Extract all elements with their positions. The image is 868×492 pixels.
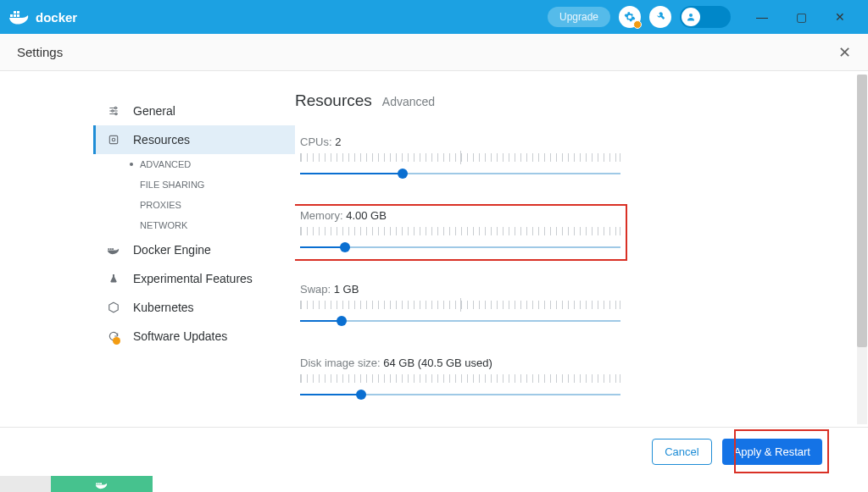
close-settings-button[interactable]: ✕ xyxy=(838,43,851,62)
svg-rect-3 xyxy=(14,11,16,14)
whale-icon xyxy=(106,245,121,255)
sidebar-item-label: Kubernetes xyxy=(133,301,194,314)
svg-rect-9 xyxy=(109,135,117,143)
svg-marker-14 xyxy=(109,302,119,312)
swap-field: Swap: 1 GB xyxy=(295,279,626,333)
upgrade-button[interactable]: Upgrade xyxy=(548,7,610,27)
troubleshoot-icon[interactable] xyxy=(649,6,671,28)
sidebar-sub-proxies[interactable]: PROXIES xyxy=(93,195,295,215)
svg-rect-11 xyxy=(108,248,109,250)
whale-icon xyxy=(95,479,108,489)
taskbar xyxy=(0,476,868,492)
maximize-button[interactable]: ▢ xyxy=(782,3,821,30)
sidebar-sub-label: FILE SHARING xyxy=(140,180,204,190)
whale-icon xyxy=(8,8,31,25)
docker-logo: docker xyxy=(8,8,77,25)
cancel-button[interactable]: Cancel xyxy=(652,439,711,465)
apply-restart-button[interactable]: Apply & Restart xyxy=(722,439,822,465)
title-bar: docker Upgrade — ▢ ✕ xyxy=(0,0,868,34)
cpus-label: CPUs: xyxy=(300,135,332,148)
sidebar-item-label: General xyxy=(133,104,175,118)
swap-label: Swap: xyxy=(300,283,331,296)
sidebar-sub-advanced[interactable]: ADVANCED xyxy=(93,154,295,174)
cpus-value: 2 xyxy=(335,135,341,148)
sliders-icon xyxy=(106,105,121,117)
svg-rect-2 xyxy=(17,14,19,17)
cpus-ticks xyxy=(300,153,620,162)
footer: Cancel Apply & Restart xyxy=(0,427,868,476)
sidebar-sub-filesharing[interactable]: FILE SHARING xyxy=(93,174,295,195)
notification-badge-icon xyxy=(633,20,642,29)
memory-field: Memory: 4.00 GB xyxy=(295,206,626,259)
close-window-button[interactable]: ✕ xyxy=(821,3,860,30)
sidebar-sub-label: ADVANCED xyxy=(140,159,191,169)
refresh-icon xyxy=(106,330,121,342)
main-panel: Resources Advanced CPUs: 2 Memory: 4.00 … xyxy=(295,71,868,427)
disk-slider[interactable] xyxy=(300,388,620,401)
svg-rect-16 xyxy=(98,483,100,484)
svg-point-8 xyxy=(115,113,117,114)
cpus-slider[interactable] xyxy=(300,167,620,180)
page-title: Settings xyxy=(17,45,63,59)
logo-text: docker xyxy=(36,10,77,25)
sidebar-item-label: Docker Engine xyxy=(133,243,211,257)
svg-rect-15 xyxy=(96,483,97,484)
svg-point-7 xyxy=(112,110,114,112)
svg-rect-1 xyxy=(14,14,16,17)
svg-point-5 xyxy=(689,14,693,17)
svg-rect-12 xyxy=(110,248,112,250)
section-subtitle: Advanced xyxy=(382,95,435,108)
minimize-button[interactable]: — xyxy=(743,3,782,30)
sidebar-sub-label: NETWORK xyxy=(140,220,187,230)
sidebar-item-docker-engine[interactable]: Docker Engine xyxy=(93,235,295,264)
disk-label: Disk image size: xyxy=(300,357,381,369)
disk-field: Disk image size: 64 GB (40.5 GB used) xyxy=(295,353,626,406)
sidebar-item-label: Software Updates xyxy=(133,329,227,343)
svg-rect-13 xyxy=(112,248,114,250)
sidebar-item-resources[interactable]: Resources xyxy=(93,125,295,154)
svg-rect-0 xyxy=(10,14,13,17)
settings-icon[interactable] xyxy=(619,6,641,28)
body-area: General Resources ADVANCED FILE SHARING … xyxy=(0,71,868,427)
disk-value: 64 GB (40.5 GB used) xyxy=(383,357,492,369)
cpus-field: CPUs: 2 xyxy=(295,132,626,185)
memory-slider[interactable] xyxy=(300,240,620,254)
disk-ticks xyxy=(300,374,620,383)
memory-value: 4.00 GB xyxy=(346,209,387,222)
window-controls: — ▢ ✕ xyxy=(743,3,860,30)
person-icon xyxy=(682,8,700,26)
swap-value: 1 GB xyxy=(334,283,359,296)
svg-rect-4 xyxy=(17,11,19,14)
sidebar-item-label: Resources xyxy=(133,133,190,146)
section-title: Resources xyxy=(295,91,372,110)
sidebar-sub-network[interactable]: NETWORK xyxy=(93,215,295,235)
swap-slider[interactable] xyxy=(300,314,620,328)
svg-point-6 xyxy=(114,107,116,108)
settings-header: Settings ✕ xyxy=(0,34,868,71)
svg-rect-17 xyxy=(100,483,102,484)
vertical-scrollbar[interactable] xyxy=(857,75,867,424)
taskbar-segment[interactable] xyxy=(0,476,51,492)
sidebar-item-updates[interactable]: Software Updates xyxy=(93,322,295,351)
svg-point-10 xyxy=(112,138,115,141)
sidebar-sub-label: PROXIES xyxy=(140,200,181,210)
taskbar-docker-running[interactable] xyxy=(51,476,153,492)
sidebar: General Resources ADVANCED FILE SHARING … xyxy=(0,71,295,427)
swap-ticks xyxy=(300,301,620,309)
sidebar-item-general[interactable]: General xyxy=(93,97,295,125)
memory-label: Memory: xyxy=(300,209,343,222)
account-menu[interactable] xyxy=(680,6,731,28)
sidebar-item-kubernetes[interactable]: Kubernetes xyxy=(93,293,295,322)
update-badge-icon xyxy=(113,337,120,345)
memory-ticks xyxy=(300,227,620,235)
sidebar-item-label: Experimental Features xyxy=(133,272,253,285)
sidebar-item-experimental[interactable]: Experimental Features xyxy=(93,264,295,293)
bullet-icon xyxy=(130,163,133,166)
kubernetes-icon xyxy=(106,301,121,313)
flask-icon xyxy=(106,273,121,285)
resources-icon xyxy=(106,134,121,146)
